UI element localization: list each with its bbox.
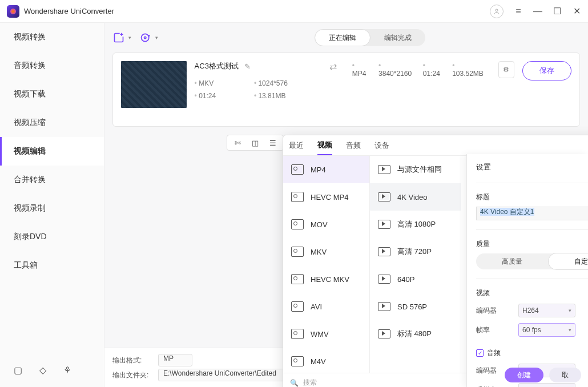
window-close-icon[interactable]: ✕ bbox=[572, 7, 581, 16]
format-icon bbox=[291, 219, 304, 229]
content-area: ▾ ▾ 正在编辑 编辑完成 AC3格式测试 ✎ MKV 1024*576 01:… bbox=[104, 23, 588, 387]
resolution-icon bbox=[378, 165, 390, 174]
encoder-select[interactable]: H264▾ bbox=[518, 304, 575, 317]
save-button[interactable]: 保存 bbox=[522, 61, 571, 80]
settings-title: 设置 bbox=[476, 162, 588, 172]
source-size: 13.81MB bbox=[254, 92, 315, 100]
format-item[interactable]: M4V bbox=[283, 348, 369, 373]
settings-gear-icon[interactable]: ⚙ bbox=[498, 61, 514, 78]
resolution-item[interactable]: SD 576P bbox=[370, 293, 461, 320]
window-minimize-icon[interactable]: — bbox=[533, 7, 542, 16]
resolution-icon bbox=[378, 247, 390, 256]
format-item[interactable]: HEVC MP4 bbox=[283, 183, 369, 211]
resolution-icon bbox=[378, 192, 390, 201]
format-item[interactable]: MKV bbox=[283, 238, 369, 265]
people-icon[interactable]: ⚘ bbox=[63, 365, 71, 376]
resolution-icon bbox=[378, 275, 390, 284]
quality-high[interactable]: 高质量 bbox=[476, 253, 549, 269]
hamburger-icon[interactable]: ≡ bbox=[514, 7, 523, 16]
source-format: MKV bbox=[195, 79, 243, 87]
add-file-icon[interactable] bbox=[112, 31, 125, 44]
search-icon: 🔍 bbox=[290, 379, 299, 387]
resolution-item[interactable]: 高清 720P bbox=[370, 238, 461, 265]
sidebar-item[interactable]: 工具箱 bbox=[0, 251, 104, 280]
settings-label-quality: 质量 bbox=[476, 239, 588, 249]
quality-segment: 高质量 自定义 低质量 bbox=[476, 253, 588, 269]
resolution-icon bbox=[378, 302, 390, 311]
format-item[interactable]: AVI bbox=[283, 293, 369, 320]
resolution-item[interactable]: 标清 480P bbox=[370, 320, 461, 348]
format-item[interactable]: WMV bbox=[283, 320, 369, 348]
segment-control: 正在编辑 编辑完成 bbox=[315, 29, 425, 46]
sidebar-item[interactable]: 视频压缩 bbox=[0, 108, 104, 137]
segment-editing[interactable]: 正在编辑 bbox=[315, 29, 370, 46]
output-format: MP4 bbox=[352, 62, 369, 78]
format-icon bbox=[291, 356, 304, 366]
popover-tab-video[interactable]: 视频 bbox=[317, 135, 332, 155]
format-icon bbox=[291, 164, 304, 175]
resolution-icon bbox=[378, 220, 390, 229]
samplerate-label: 采样率 bbox=[476, 385, 510, 388]
sidebar-item[interactable]: 合并转换 bbox=[0, 166, 104, 194]
output-duration: 01:24 bbox=[423, 62, 443, 78]
resolution-icon bbox=[378, 329, 390, 338]
source-resolution: 1024*576 bbox=[254, 79, 315, 87]
shuffle-icon[interactable]: ⇄ bbox=[329, 61, 337, 72]
sidebar-item[interactable]: 视频下载 bbox=[0, 80, 104, 108]
cut-icon[interactable]: ✄ bbox=[235, 139, 241, 147]
rename-icon[interactable]: ✎ bbox=[244, 62, 251, 71]
sidebar: 视频转换 音频转换 视频下载 视频压缩 视频编辑 合并转换 视频录制 刻录DVD… bbox=[0, 23, 104, 387]
edit-tools-strip: ✄ ◫ ☰ bbox=[227, 135, 284, 151]
settings-panel: 设置 标题 4K Video 自定义1 质量 高质量 自定义 低质量 视频 编码… bbox=[466, 154, 588, 387]
chevron-down-icon[interactable]: ▾ bbox=[155, 35, 158, 41]
resolution-item[interactable]: 与源文件相同 bbox=[370, 156, 461, 183]
search-input[interactable]: 搜索 bbox=[303, 378, 317, 387]
account-avatar-icon[interactable] bbox=[490, 5, 504, 18]
format-item[interactable]: MP4 bbox=[283, 156, 369, 183]
sidebar-item[interactable]: 刻录DVD bbox=[0, 223, 104, 251]
resolution-item[interactable]: 4K Video bbox=[370, 183, 461, 211]
audio-checkbox[interactable]: ✓ bbox=[476, 349, 484, 357]
app-title: Wondershare UniConverter bbox=[24, 7, 114, 15]
add-disc-icon[interactable] bbox=[139, 31, 152, 44]
quality-custom[interactable]: 自定义 bbox=[549, 253, 588, 269]
profile-title-input[interactable]: 4K Video 自定义1 bbox=[476, 207, 588, 220]
resolution-item[interactable]: 高清 1080P bbox=[370, 211, 461, 238]
format-item[interactable]: MOV bbox=[283, 211, 369, 238]
sidebar-item[interactable]: 音频转换 bbox=[0, 51, 104, 80]
format-icon bbox=[291, 192, 304, 202]
fps-label: 帧率 bbox=[476, 325, 510, 335]
popover-tab-audio[interactable]: 音频 bbox=[346, 135, 361, 155]
file-name: AC3格式测试 bbox=[195, 61, 239, 71]
crop-icon[interactable]: ◫ bbox=[252, 139, 259, 147]
popover-tab-recent[interactable]: 最近 bbox=[289, 135, 304, 155]
segment-done[interactable]: 编辑完成 bbox=[370, 29, 425, 46]
resolution-list: 与源文件相同 4K Video 高清 1080P 高清 720P 640P SD… bbox=[370, 156, 461, 373]
video-thumbnail[interactable] bbox=[121, 61, 187, 108]
tag-icon[interactable]: ◇ bbox=[39, 365, 46, 376]
source-duration: 01:24 bbox=[195, 92, 243, 100]
sidebar-item-active[interactable]: 视频编辑 bbox=[0, 137, 104, 166]
fps-select[interactable]: 60 fps▾ bbox=[518, 323, 575, 337]
svg-point-2 bbox=[144, 37, 146, 38]
svg-point-0 bbox=[496, 9, 498, 11]
cancel-button[interactable]: 取 bbox=[549, 368, 581, 382]
output-folder-label: 输出文件夹: bbox=[112, 370, 152, 380]
create-button[interactable]: 创建 bbox=[505, 368, 543, 382]
window-maximize-icon[interactable]: ☐ bbox=[553, 7, 562, 16]
samplerate-select[interactable]: 44100 Hz▾ bbox=[518, 383, 575, 387]
app-logo-icon bbox=[7, 5, 19, 18]
sidebar-item[interactable]: 视频转换 bbox=[0, 23, 104, 51]
output-format-label: 输出格式: bbox=[112, 356, 152, 365]
popover-tab-device[interactable]: 设备 bbox=[374, 135, 389, 155]
more-icon[interactable]: ☰ bbox=[269, 139, 276, 147]
resolution-item[interactable]: 640P bbox=[370, 265, 461, 293]
sidebar-item[interactable]: 视频录制 bbox=[0, 194, 104, 223]
chevron-down-icon[interactable]: ▾ bbox=[128, 35, 131, 41]
book-icon[interactable]: ▢ bbox=[14, 365, 22, 376]
output-format-select[interactable]: MP bbox=[158, 354, 192, 366]
format-icon bbox=[291, 301, 304, 312]
titlebar: Wondershare UniConverter ≡ — ☐ ✕ bbox=[0, 0, 588, 23]
format-item[interactable]: HEVC MKV bbox=[283, 265, 369, 293]
format-icon bbox=[291, 247, 304, 257]
